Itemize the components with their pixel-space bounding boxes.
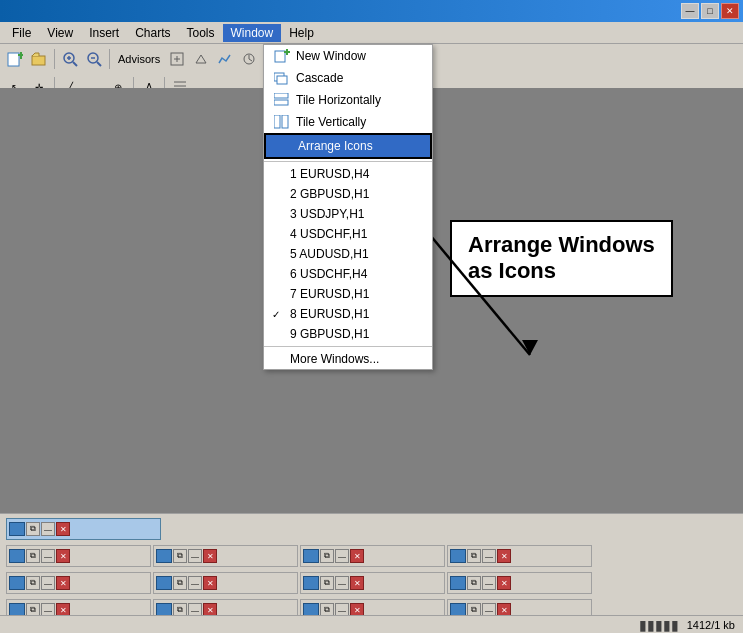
advisors-label: Advisors <box>114 53 164 65</box>
mini-min-active[interactable]: — <box>41 522 55 536</box>
menu-bar: File View Insert Charts Tools Window Hel… <box>0 22 743 44</box>
svg-rect-0 <box>8 53 19 66</box>
svg-rect-38 <box>10 577 24 589</box>
check-7 <box>272 289 290 300</box>
menu-tile-vertically[interactable]: Tile Vertically <box>264 111 432 133</box>
advisor-btn-4[interactable] <box>238 48 260 70</box>
menu-arrange-icons[interactable]: Arrange Icons <box>264 133 432 159</box>
mini-icon-r2-4 <box>450 576 466 590</box>
menu-view[interactable]: View <box>39 24 81 42</box>
active-window-icon[interactable]: ⧉ — ✕ <box>6 518 161 540</box>
mini-min-r1-3[interactable]: — <box>335 549 349 563</box>
menu-insert[interactable]: Insert <box>81 24 127 42</box>
menu-window-4[interactable]: 4 USDCHF,H1 <box>264 224 432 244</box>
menu-window-2[interactable]: 2 GBPUSD,H1 <box>264 184 432 204</box>
svg-rect-3 <box>32 56 45 65</box>
mini-win-icon-active <box>9 522 25 536</box>
mini-icon-r2-2 <box>156 576 172 590</box>
menu-tools[interactable]: Tools <box>179 24 223 42</box>
status-bar: ▮▮▮▮▮ 1412/1 kb <box>0 615 743 633</box>
menu-tile-horizontally[interactable]: Tile Horizontally <box>264 89 432 111</box>
mini-close-r1-3[interactable]: ✕ <box>350 549 364 563</box>
mini-min-r1-1[interactable]: — <box>41 549 55 563</box>
mini-window-row1-3[interactable]: ⧉ — ✕ <box>300 545 445 567</box>
zoom-in-button[interactable] <box>59 48 81 70</box>
title-bar: — □ ✕ <box>0 0 743 22</box>
mini-restore-r1-1[interactable]: ⧉ <box>26 549 40 563</box>
open-button[interactable] <box>28 48 50 70</box>
mini-close-r1-1[interactable]: ✕ <box>56 549 70 563</box>
bottom-taskbar: ⧉ — ✕ ⧉ — ✕ ⧉ — ✕ ⧉ — <box>0 513 743 615</box>
menu-window-1[interactable]: 1 EURUSD,H4 <box>264 164 432 184</box>
mini-close-r2-1[interactable]: ✕ <box>56 576 70 590</box>
mini-restore-r2-2[interactable]: ⧉ <box>173 576 187 590</box>
check-2 <box>272 189 290 200</box>
zoom-out-button[interactable] <box>83 48 105 70</box>
minimize-button[interactable]: — <box>681 3 699 19</box>
mini-window-row2-1[interactable]: ⧉ — ✕ <box>6 572 151 594</box>
mini-window-row2-2[interactable]: ⧉ — ✕ <box>153 572 298 594</box>
mini-restore-r2-1[interactable]: ⧉ <box>26 576 40 590</box>
mini-window-row1-2[interactable]: ⧉ — ✕ <box>153 545 298 567</box>
svg-line-16 <box>249 59 252 61</box>
check-8: ✓ <box>272 309 290 320</box>
toolbar-sep-2 <box>109 49 110 69</box>
maximize-button[interactable]: □ <box>701 3 719 19</box>
mini-close-r1-2[interactable]: ✕ <box>203 549 217 563</box>
cascade-icon <box>272 70 292 86</box>
mini-window-row1-4[interactable]: ⧉ — ✕ <box>447 545 592 567</box>
menu-charts[interactable]: Charts <box>127 24 178 42</box>
menu-cascade[interactable]: Cascade <box>264 67 432 89</box>
mini-windows-area: ⧉ — ✕ ⧉ — ✕ ⧉ — ✕ ⧉ — <box>0 514 743 625</box>
menu-new-window[interactable]: New Window <box>264 45 432 67</box>
mini-icon-r1-2 <box>156 549 172 563</box>
new-chart-button[interactable] <box>4 48 26 70</box>
mini-min-r2-4[interactable]: — <box>482 576 496 590</box>
mini-restore-r1-2[interactable]: ⧉ <box>173 549 187 563</box>
advisor-btn-3[interactable] <box>214 48 236 70</box>
annotation-line2: as Icons <box>468 258 556 283</box>
menu-window-8[interactable]: ✓ 8 EURUSD,H1 <box>264 304 432 324</box>
menu-window-7[interactable]: 7 EURUSD,H1 <box>264 284 432 304</box>
mini-window-row2-3[interactable]: ⧉ — ✕ <box>300 572 445 594</box>
mini-min-r2-3[interactable]: — <box>335 576 349 590</box>
svg-rect-34 <box>10 550 24 562</box>
svg-rect-35 <box>157 550 171 562</box>
mini-window-row2-4[interactable]: ⧉ — ✕ <box>447 572 592 594</box>
new-window-icon <box>272 48 292 64</box>
mini-restore-r1-3[interactable]: ⧉ <box>320 549 334 563</box>
menu-window-9[interactable]: 9 GBPUSD,H1 <box>264 324 432 344</box>
advisor-btn-1[interactable] <box>166 48 188 70</box>
mini-icon-r1-3 <box>303 549 319 563</box>
mini-close-r1-4[interactable]: ✕ <box>497 549 511 563</box>
check-5 <box>272 249 290 260</box>
close-button[interactable]: ✕ <box>721 3 739 19</box>
svg-rect-27 <box>274 100 288 105</box>
mini-restore-active[interactable]: ⧉ <box>26 522 40 536</box>
mini-restore-r1-4[interactable]: ⧉ <box>467 549 481 563</box>
advisor-btn-2[interactable] <box>190 48 212 70</box>
mini-restore-r2-4[interactable]: ⧉ <box>467 576 481 590</box>
menu-window-5[interactable]: 5 AUDUSD,H1 <box>264 244 432 264</box>
check-4 <box>272 229 290 240</box>
menu-window[interactable]: Window <box>223 24 282 42</box>
svg-rect-39 <box>157 577 171 589</box>
mini-min-r2-2[interactable]: — <box>188 576 202 590</box>
mini-close-r2-4[interactable]: ✕ <box>497 576 511 590</box>
mini-close-r2-3[interactable]: ✕ <box>350 576 364 590</box>
mini-window-row1-1[interactable]: ⧉ — ✕ <box>6 545 151 567</box>
mini-close-r2-2[interactable]: ✕ <box>203 576 217 590</box>
mini-min-r1-4[interactable]: — <box>482 549 496 563</box>
mini-restore-r2-3[interactable]: ⧉ <box>320 576 334 590</box>
mini-min-r1-2[interactable]: — <box>188 549 202 563</box>
menu-window-3[interactable]: 3 USDJPY,H1 <box>264 204 432 224</box>
menu-file[interactable]: File <box>4 24 39 42</box>
menu-more-windows[interactable]: More Windows... <box>264 349 432 369</box>
mini-close-active[interactable]: ✕ <box>56 522 70 536</box>
menu-help[interactable]: Help <box>281 24 322 42</box>
svg-line-5 <box>73 62 77 66</box>
menu-window-6[interactable]: 6 USDCHF,H4 <box>264 264 432 284</box>
mini-min-r2-1[interactable]: — <box>41 576 55 590</box>
svg-rect-41 <box>451 577 465 589</box>
svg-rect-37 <box>451 550 465 562</box>
